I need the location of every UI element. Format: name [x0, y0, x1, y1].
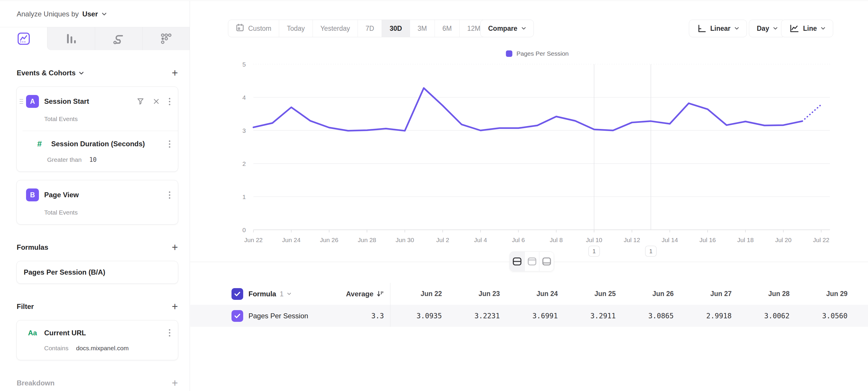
breakdown-title: Breakdown [17, 379, 55, 387]
range-today[interactable]: Today [279, 20, 312, 37]
date-column-header: Jun 29 [796, 283, 854, 305]
table-row[interactable]: Pages Per Session 3.3 3.09353.22313.6991… [190, 305, 868, 327]
range-yesterday[interactable]: Yesterday [313, 20, 358, 37]
kebab-menu-icon[interactable] [168, 191, 171, 199]
x-axis-tick-label: Jul 8 [550, 236, 562, 243]
range-3m[interactable]: 3M [410, 20, 435, 37]
event-a-badge: A [26, 95, 39, 108]
event-a-row: A Session Start [17, 87, 178, 110]
chevron-down-icon [773, 27, 778, 30]
chart-style-button[interactable]: Line [781, 20, 833, 37]
event-b-aggregation-label: Total Events [44, 209, 78, 216]
value-cell: 2.9918 [680, 305, 738, 327]
x-axis-tick-label: Jun 28 [358, 236, 376, 243]
x-axis-tick-label: Jun 30 [396, 236, 414, 243]
x-axis-tick-label: Jul 18 [737, 236, 753, 243]
tab-flows[interactable] [95, 27, 142, 50]
value-cell: 3.2231 [448, 305, 506, 327]
line-chart[interactable]: 543210Jun 22Jun 24Jun 26Jun 28Jun 30Jul … [253, 64, 830, 269]
chevron-down-icon[interactable] [101, 12, 107, 16]
sort-descending-icon [376, 290, 384, 298]
chart-only-toggle[interactable] [524, 252, 539, 271]
kebab-menu-icon[interactable] [168, 97, 171, 106]
events-cohorts-title[interactable]: Events & Cohorts [17, 69, 84, 77]
range-7d[interactable]: 7D [358, 20, 382, 37]
event-b-card[interactable]: B Page View Total Events [17, 180, 178, 225]
inline-filter-condition[interactable]: Greater than 10 [17, 150, 178, 171]
breakdown-section-header: Breakdown + [17, 378, 178, 388]
scale-label: Linear [710, 25, 731, 32]
svg-text:1: 1 [649, 248, 652, 254]
select-all-checkbox[interactable] [231, 288, 243, 300]
formulas-section-header: Formulas + [17, 242, 178, 253]
value-cell: 3.0560 [796, 305, 854, 327]
formulas-title: Formulas [17, 243, 48, 251]
drag-handle-icon[interactable] [20, 99, 24, 104]
chevron-down-icon [821, 27, 825, 30]
range-6m[interactable]: 6M [435, 20, 460, 37]
scale-button[interactable]: Linear [689, 20, 747, 37]
table-frozen-divider [390, 283, 391, 327]
close-icon[interactable] [153, 98, 159, 105]
event-a-card[interactable]: A Session Start Total Events # Session D… [17, 86, 178, 172]
series-line[interactable] [253, 88, 802, 131]
tab-bar-chart[interactable] [47, 27, 95, 50]
formula-group-header[interactable]: Formula 1 [248, 283, 291, 305]
add-filter-button[interactable]: + [172, 301, 178, 312]
filter-operator[interactable]: Greater than [47, 156, 82, 163]
average-column-header[interactable]: Average [307, 283, 384, 305]
legend-series-label[interactable]: Pages Per Session [517, 50, 569, 57]
formula-group-label: Formula [248, 290, 276, 298]
inline-filter-title[interactable]: Session Duration (Seconds) [51, 140, 168, 148]
table-only-icon [542, 257, 551, 266]
svg-text:1: 1 [592, 248, 595, 254]
filter-operator[interactable]: Contains [44, 345, 68, 352]
check-icon [234, 313, 241, 318]
filter-value[interactable]: 10 [89, 156, 97, 163]
table-only-toggle[interactable] [539, 252, 554, 271]
value-cell: 3.0935 [391, 305, 448, 327]
row-checkbox[interactable] [231, 310, 243, 322]
event-a-aggregation[interactable]: Total Events [17, 110, 178, 131]
add-formula-button[interactable]: + [172, 242, 178, 253]
split-view-toggle[interactable] [510, 252, 524, 271]
interval-button[interactable]: Day [749, 20, 785, 37]
analyze-by-value[interactable]: User [82, 10, 98, 18]
tab-retention[interactable] [142, 27, 190, 50]
range-custom[interactable]: Custom [228, 20, 279, 37]
event-a-title[interactable]: Session Start [44, 97, 137, 106]
filter-value[interactable]: docs.mixpanel.com [76, 345, 129, 352]
add-breakdown-button[interactable]: + [172, 378, 178, 388]
annotation-marker[interactable]: 1 [589, 246, 600, 256]
filter-condition[interactable]: Contains docs.mixpanel.com [17, 339, 178, 360]
x-axis-tick-label: Jul 16 [700, 236, 716, 243]
filter-card[interactable]: Aa Current URL Contains docs.mixpanel.co… [17, 320, 178, 360]
filter-icon[interactable] [137, 97, 144, 105]
tab-insights-line[interactable] [0, 27, 47, 50]
range-label: 7D [366, 25, 374, 32]
average-value-cell: 3.3 [307, 305, 384, 327]
kebab-menu-icon[interactable] [168, 140, 171, 148]
y-axis-tick-label: 2 [242, 160, 246, 167]
annotation-marker[interactable]: 1 [645, 246, 656, 256]
range-label: Yesterday [320, 25, 350, 32]
report-main-area: CustomTodayYesterday7D30D3M6M12M Compare… [190, 1, 868, 391]
filter-property-title[interactable]: Current URL [44, 329, 168, 337]
x-axis-tick-label: Jul 6 [512, 236, 525, 243]
y-axis-tick-label: 4 [242, 94, 246, 101]
x-axis-tick-label: Jul 14 [662, 236, 678, 243]
value-cell: 3.6991 [506, 305, 564, 327]
add-event-button[interactable]: + [172, 68, 178, 78]
event-b-title[interactable]: Page View [44, 191, 168, 199]
compare-button[interactable]: Compare [480, 20, 534, 37]
line-chart-tab-icon [17, 32, 30, 46]
inline-filter-row: # Session Duration (Seconds) [17, 131, 178, 150]
formula-group-number: 1 [280, 290, 284, 298]
x-axis-tick-label: Jul 10 [586, 236, 602, 243]
event-b-aggregation[interactable]: Total Events [17, 203, 178, 224]
formula-card[interactable]: Pages Per Session (B/A) [17, 261, 178, 284]
kebab-menu-icon[interactable] [168, 329, 171, 337]
date-column-header: Jun 24 [506, 283, 564, 305]
range-label: Custom [248, 25, 271, 32]
range-30d[interactable]: 30D [382, 20, 409, 37]
